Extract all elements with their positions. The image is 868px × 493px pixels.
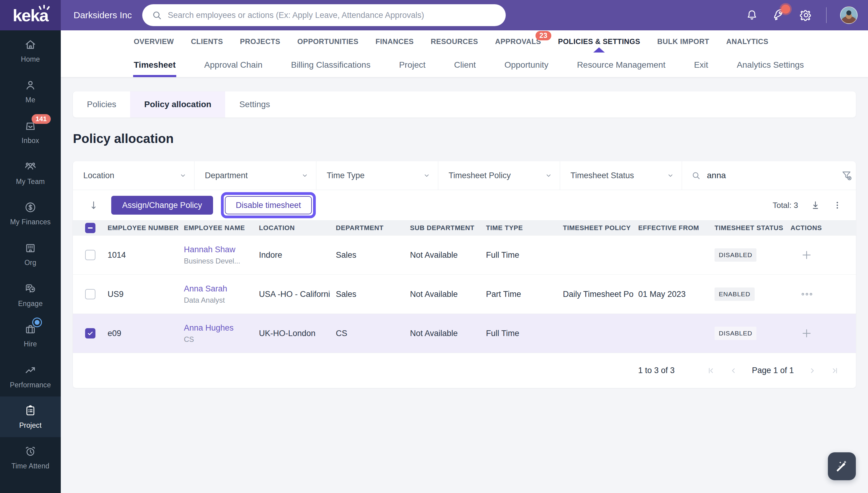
employee-name-link[interactable]: Hannah Shaw [184,245,236,254]
sort-icon[interactable] [88,200,99,211]
gear-icon[interactable] [799,8,813,22]
disable-timesheet-button[interactable]: Disable timesheet [225,196,312,214]
table-search-input[interactable] [707,171,834,180]
table-row: US9 Anna Sarah Data Analyst USA -HO - Ca… [73,274,856,314]
kebab-menu-icon[interactable] [833,200,842,210]
row-checkbox-checked[interactable] [85,328,96,339]
employee-name-link[interactable]: Anna Hughes [184,323,234,333]
hire-status-dot [35,320,40,325]
status-badge: DISABLED [714,327,756,340]
add-policy-icon[interactable] [801,249,812,261]
table-search[interactable] [682,161,856,190]
pagination-range: 1 to 3 of 3 [638,366,675,375]
sidebar-item-hire[interactable]: Hire [0,315,61,356]
subnav-analytics-settings[interactable]: Analytics Settings [737,52,804,77]
topbar-divider [826,7,827,23]
subnav-approval-chain[interactable]: Approval Chain [204,52,262,77]
sub-department-cell: Not Available [410,251,486,260]
global-search-input[interactable] [168,10,487,20]
clipboard-icon [24,404,37,417]
sidebar-item-org[interactable]: Org [0,234,61,274]
nav-approvals[interactable]: APPROVALS 23 [495,30,541,52]
tab-policy-allocation[interactable]: Policy allocation [130,91,225,117]
time-type-cell: Full Time [486,329,563,338]
subnav-billing-classifications[interactable]: Billing Classifications [291,52,370,77]
tab-settings[interactable]: Settings [225,91,284,117]
nav-projects[interactable]: PROJECTS [240,30,281,52]
col-location: LOCATION [259,224,336,232]
policy-allocation-card: Location Department Time Type Timesheet … [73,161,856,388]
nav-opportunities[interactable]: OPPORTUNITIES [297,30,358,52]
location-cell: UK-HO-London [259,329,336,338]
nav-clients[interactable]: CLIENTS [191,30,223,52]
sidebar-label: My Team [16,177,45,186]
sidebar-item-time-attend[interactable]: Time Attend [0,437,61,478]
check-icon [87,330,94,337]
timesheet-policy-filter-label: Timesheet Policy [449,171,511,180]
tab-policies[interactable]: Policies [73,91,130,117]
add-policy-icon[interactable] [801,327,812,339]
time-type-cell: Part Time [486,290,563,299]
user-avatar[interactable] [840,6,858,24]
subnav-resource-management[interactable]: Resource Management [577,52,665,77]
magic-wand-button[interactable] [828,452,856,480]
subnav-opportunity[interactable]: Opportunity [505,52,549,77]
sidebar-label: Time Attend [11,462,49,470]
download-icon[interactable] [810,200,821,210]
sidebar-item-performance[interactable]: Performance [0,356,61,396]
sidebar-label: My Finances [10,218,51,226]
row-checkbox[interactable] [85,250,96,260]
subnav-exit[interactable]: Exit [694,52,708,77]
total-count: Total: 3 [772,201,798,210]
nav-bulk-import[interactable]: BULK IMPORT [657,30,709,52]
sidebar-item-my-team[interactable]: My Team [0,152,61,193]
col-department: DEPARTMENT [336,224,410,232]
chevron-down-icon [667,172,674,179]
employee-name-link[interactable]: Anna Sarah [184,284,227,293]
sidebar-item-engage[interactable]: Engage [0,274,61,315]
global-search[interactable] [142,4,506,26]
time-type-filter[interactable]: Time Type [316,161,438,190]
sidebar-item-project[interactable]: Project [0,396,61,437]
subnav-timesheet[interactable]: Timesheet [134,52,176,77]
row-checkbox[interactable] [85,289,96,299]
subnav-project[interactable]: Project [399,52,425,77]
department-cell: CS [336,329,410,338]
last-page-icon[interactable] [831,367,839,374]
disable-timesheet-focus-ring: Disable timesheet [221,192,316,218]
first-page-icon[interactable] [707,367,715,374]
chevron-down-icon [423,172,430,179]
status-badge: DISABLED [714,248,756,262]
user-icon [24,79,37,92]
nav-analytics[interactable]: ANALYTICS [726,30,768,52]
employee-title: CS [184,335,254,344]
sidebar-item-my-finances[interactable]: My Finances [0,193,61,234]
sidebar-item-me[interactable]: Me [0,71,61,112]
nav-policies-settings[interactable]: POLICIES & SETTINGS [558,30,640,52]
sidebar-label: Home [21,55,40,63]
table-row: 1014 Hannah Shaw Business Devel... Indor… [73,235,856,274]
keka-logo[interactable]: keka [0,0,61,30]
bell-icon[interactable] [745,8,759,22]
next-page-icon[interactable] [808,367,816,374]
timesheet-policy-cell: Daily Timesheet Po [563,290,638,299]
settings-sub-nav: Timesheet Approval Chain Billing Classif… [61,52,868,78]
location-filter[interactable]: Location [73,161,195,190]
nav-finances[interactable]: FINANCES [375,30,413,52]
employee-title: Data Analyst [184,296,254,304]
more-actions-icon[interactable] [801,290,813,298]
sidebar-item-inbox[interactable]: 141 Inbox [0,112,61,152]
clear-filter-icon[interactable] [841,169,853,181]
department-filter[interactable]: Department [195,161,316,190]
prev-page-icon[interactable] [729,367,737,374]
assign-change-policy-button[interactable]: Assign/Change Policy [111,196,213,215]
nav-resources[interactable]: RESOURCES [431,30,478,52]
select-all-checkbox[interactable] [85,223,96,233]
search-icon [152,10,162,21]
sidebar-item-home[interactable]: Home [0,30,61,71]
timesheet-status-filter[interactable]: Timesheet Status [560,161,682,190]
subnav-client[interactable]: Client [454,52,476,77]
col-effective-from: EFFECTIVE FROM [638,224,714,232]
timesheet-policy-filter[interactable]: Timesheet Policy [438,161,560,190]
nav-overview[interactable]: OVERVIEW [134,30,174,52]
